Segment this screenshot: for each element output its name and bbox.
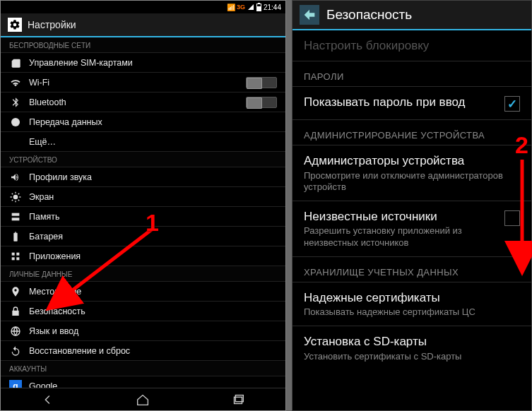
row-trusted-certs[interactable]: Надежные сертификаты Показывать надежные… xyxy=(292,282,531,327)
row-location[interactable]: Местопо ние xyxy=(1,282,285,302)
svg-rect-4 xyxy=(12,252,15,255)
row-show-password[interactable]: Показывать пароль при ввод xyxy=(292,87,531,120)
nav-home-icon[interactable] xyxy=(134,391,151,408)
svg-rect-3 xyxy=(12,218,20,220)
row-label: Установка с SD-карты xyxy=(304,334,520,349)
row-label: Надежные сертификаты xyxy=(304,290,520,305)
row-sim[interactable]: Управление SIM-картами xyxy=(1,53,285,73)
row-security[interactable]: Безопасность xyxy=(1,302,285,321)
gear-icon xyxy=(8,18,22,32)
section-header-admin: АДМИНИСТРИРОВАНИЕ УСТРОЙСТВА xyxy=(292,120,531,145)
row-label: Передача данных xyxy=(29,117,277,127)
section-header-creds: ХРАНИЛИЩЕ УЧЕТНЫХ ДАННЫХ xyxy=(292,257,531,282)
row-label: Память xyxy=(29,212,277,222)
storage-icon xyxy=(9,210,22,223)
wifi-icon xyxy=(9,76,22,89)
row-label: Администраторы устройства xyxy=(304,153,520,168)
row-sound[interactable]: Профили звука xyxy=(1,167,285,187)
location-icon xyxy=(9,285,22,298)
row-label: Местопо ние xyxy=(29,287,277,297)
row-sublabel: Установить сертификаты с SD-карты xyxy=(304,351,520,362)
reset-icon xyxy=(9,345,22,357)
row-bluetooth[interactable]: Bluetooth xyxy=(1,93,285,112)
row-label: Показывать пароль при ввод xyxy=(304,95,499,109)
language-icon xyxy=(9,325,22,338)
row-label: Безопасность xyxy=(29,306,277,316)
section-header-personal: ЛИЧНЫЕ ДАННЫЕ xyxy=(1,266,285,282)
app-bar: Настройки xyxy=(1,13,285,37)
row-apps[interactable]: Приложения xyxy=(1,246,285,266)
svg-rect-6 xyxy=(12,257,15,260)
row-storage[interactable]: Память xyxy=(1,207,285,227)
row-label: Язык и ввод xyxy=(29,326,277,336)
battery-icon xyxy=(9,230,22,243)
nav-recent-icon[interactable] xyxy=(230,391,247,408)
page-title: Безопасность xyxy=(326,7,412,23)
row-label: Неизвестные источники xyxy=(304,209,499,224)
row-reset[interactable]: Восстановление и сброс xyxy=(1,341,285,361)
section-header-accounts: АККАУНТЫ xyxy=(1,361,285,376)
svg-rect-2 xyxy=(12,213,20,215)
row-setup-lock[interactable]: Настроить блокировку xyxy=(292,30,531,61)
row-sublabel: Просмотрите или отключите администраторо… xyxy=(304,170,520,193)
row-label: Батарея xyxy=(29,232,277,242)
section-header-wireless: БЕСПРОВОДНЫЕ СЕТИ xyxy=(1,37,285,53)
nav-back-icon[interactable] xyxy=(40,391,57,408)
blank-icon xyxy=(9,136,22,148)
row-label: Настроить блокировку xyxy=(304,38,520,53)
svg-rect-5 xyxy=(16,252,19,255)
row-wifi[interactable]: Wi-Fi xyxy=(1,73,285,93)
network-type: 3G xyxy=(237,4,245,11)
row-label: Приложения xyxy=(29,251,277,261)
row-sublabel: Разрешить установку приложений из неизве… xyxy=(304,225,499,249)
network-icon: 📶 xyxy=(227,4,235,11)
sim-icon xyxy=(9,56,22,69)
row-display[interactable]: Экран xyxy=(1,187,285,207)
nav-bar xyxy=(1,388,285,410)
row-device-admins[interactable]: Администраторы устройства Просмотрите ил… xyxy=(292,145,531,201)
security-screen-right: Безопасность Настроить блокировку ПАРОЛИ… xyxy=(292,0,532,411)
signal-icon xyxy=(247,4,254,11)
status-bar: 📶 3G 21:44 xyxy=(1,1,285,13)
row-install-sd[interactable]: Установка с SD-карты Установить сертифик… xyxy=(292,326,531,370)
row-label: Управление SIM-картами xyxy=(29,58,277,68)
row-data[interactable]: Передача данных xyxy=(1,112,285,132)
app-bar: Безопасность xyxy=(292,1,531,30)
row-language[interactable]: Язык и ввод xyxy=(1,321,285,341)
svg-point-1 xyxy=(13,194,18,199)
row-label: Wi-Fi xyxy=(29,78,239,88)
clock: 21:44 xyxy=(264,4,281,11)
row-unknown-sources[interactable]: Неизвестные источники Разрешить установк… xyxy=(292,201,531,257)
settings-list: БЕСПРОВОДНЫЕ СЕТИ Управление SIM-картами… xyxy=(1,37,285,411)
settings-screen-left: 📶 3G 21:44 Настройки БЕСПРОВОДНЫЕ СЕТИ У… xyxy=(0,0,286,411)
page-title: Настройки xyxy=(28,19,76,30)
svg-point-0 xyxy=(11,118,20,126)
section-header-device: УСТРОЙСТВО xyxy=(1,152,285,167)
row-sublabel: Показывать надежные сертификаты ЦС xyxy=(304,306,520,318)
row-label: Bluetooth xyxy=(29,97,239,107)
show-password-checkbox[interactable] xyxy=(504,96,520,112)
data-icon xyxy=(9,116,22,129)
row-label: Восстановление и сброс xyxy=(29,346,277,356)
display-icon xyxy=(9,191,22,203)
battery-icon xyxy=(256,4,261,11)
bluetooth-icon xyxy=(9,96,22,109)
wifi-toggle[interactable] xyxy=(246,77,277,88)
row-label: Профили звука xyxy=(29,172,277,182)
apps-icon xyxy=(9,250,22,263)
row-label: Экран xyxy=(29,192,277,202)
back-icon[interactable] xyxy=(300,5,319,25)
row-battery[interactable]: Батарея xyxy=(1,227,285,246)
section-header-passwords: ПАРОЛИ xyxy=(292,61,531,87)
row-more[interactable]: Ещё… xyxy=(1,132,285,152)
bluetooth-toggle[interactable] xyxy=(246,97,277,108)
row-label: Ещё… xyxy=(29,137,277,147)
svg-rect-7 xyxy=(16,257,19,260)
unknown-sources-checkbox[interactable] xyxy=(504,210,520,226)
security-list: Настроить блокировку ПАРОЛИ Показывать п… xyxy=(292,30,531,370)
sound-icon xyxy=(9,171,22,184)
lock-icon xyxy=(9,305,22,318)
